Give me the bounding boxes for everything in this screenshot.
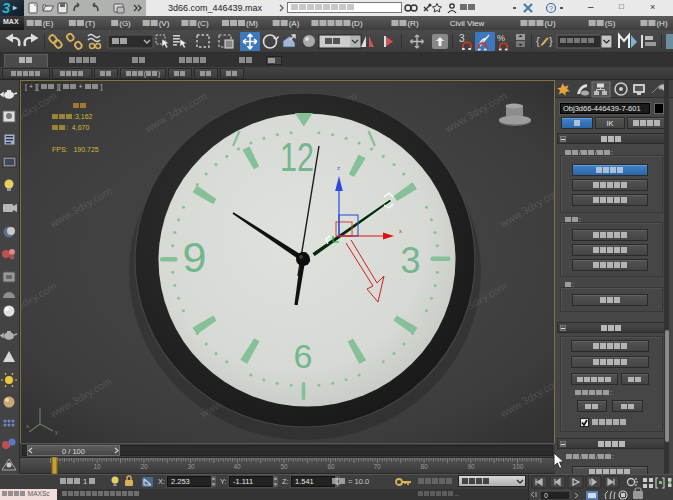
svg-text:90: 90 [467, 463, 475, 470]
svg-text:x: x [26, 423, 29, 429]
svg-text:9: 9 [183, 233, 207, 281]
svg-text:0: 0 [544, 492, 548, 499]
svg-text:y: y [55, 429, 58, 435]
svg-text:100: 100 [513, 463, 524, 470]
svg-text:80: 80 [420, 463, 428, 470]
svg-text:70: 70 [373, 463, 381, 470]
svg-text:30: 30 [187, 463, 195, 470]
svg-text:}: } [549, 35, 553, 47]
svg-text:?: ? [549, 5, 553, 12]
svg-text:z: z [337, 165, 340, 171]
svg-text:12: 12 [280, 135, 314, 179]
svg-text:20: 20 [140, 463, 148, 470]
svg-text:50: 50 [280, 463, 288, 470]
svg-text:10: 10 [93, 463, 101, 470]
svg-text:x: x [399, 228, 402, 234]
svg-text:6: 6 [294, 337, 313, 375]
svg-text:3: 3 [400, 240, 420, 281]
svg-text:%: % [497, 33, 505, 43]
svg-text:60: 60 [327, 463, 335, 470]
svg-text:{: { [536, 35, 540, 47]
svg-text:40: 40 [233, 463, 241, 470]
